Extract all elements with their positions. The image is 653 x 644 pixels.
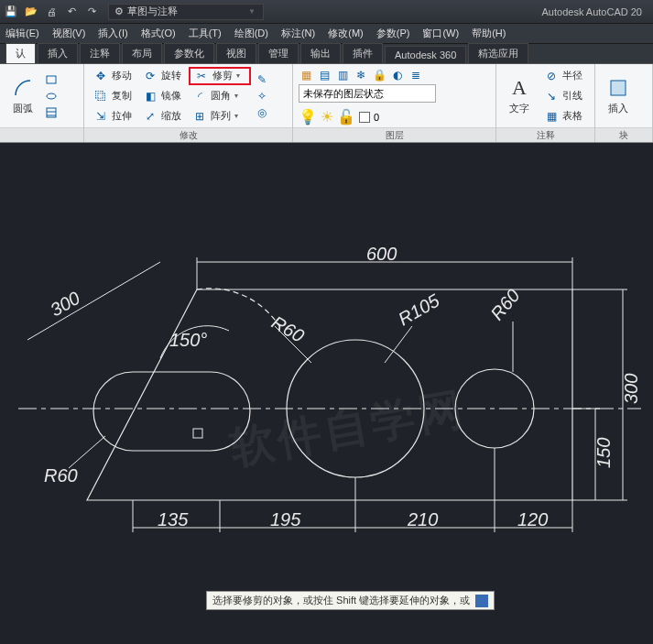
ribbon: 圆弧 ✥移动 ⿻复制 ⇲拉伸 ⟳旋转 ◧镜像 ⤢缩放 ✂修剪▾: [0, 64, 653, 143]
menu-help[interactable]: 帮助(H): [472, 27, 506, 40]
leader-button[interactable]: ↘引线: [540, 87, 586, 105]
print-icon[interactable]: 🖨: [44, 5, 59, 19]
stretch-icon: ⇲: [93, 109, 108, 124]
menu-format[interactable]: 格式(O): [141, 27, 176, 40]
tab-plugins[interactable]: 插件: [343, 43, 383, 63]
radius-icon: ⊘: [544, 69, 559, 83]
array-icon: ⊞: [192, 109, 207, 124]
menu-parametric[interactable]: 参数(P): [376, 27, 410, 40]
svg-point-1: [47, 93, 56, 99]
copy-button[interactable]: ⿻复制: [90, 87, 136, 105]
dim-angle: 150°: [169, 330, 207, 350]
svg-rect-0: [47, 76, 56, 83]
rotate-button[interactable]: ⟳旋转: [139, 67, 185, 85]
panel-title-draw: [0, 127, 83, 142]
drawing-canvas[interactable]: 600 300 150° R60 R60 R105 R60 300 150 13…: [0, 143, 653, 644]
menu-view[interactable]: 视图(V): [52, 27, 86, 40]
layer-name: 0: [374, 112, 379, 123]
menu-tools[interactable]: 工具(T): [189, 27, 222, 40]
undo-icon[interactable]: ↶: [64, 5, 79, 19]
array-button[interactable]: ⊞阵列▾: [189, 107, 251, 126]
title-bar: 💾 📂 🖨 ↶ ↷ ⚙ 草图与注释 ▼ Autodesk AutoCAD 20: [0, 0, 653, 24]
panel-title-layer: 图层: [293, 127, 495, 142]
ellipse-icon[interactable]: [44, 89, 59, 104]
move-button[interactable]: ✥移动: [90, 67, 136, 85]
arc-label: 圆弧: [13, 102, 33, 115]
tab-default[interactable]: 认: [5, 43, 36, 63]
table-button[interactable]: ▦表格: [540, 107, 586, 126]
scale-button[interactable]: ⤢缩放: [139, 107, 185, 126]
leader-icon: ↘: [544, 89, 559, 104]
menu-draw[interactable]: 绘图(D): [234, 27, 268, 40]
tab-annotate[interactable]: 注释: [80, 43, 120, 63]
text-icon: A: [507, 76, 531, 100]
svg-line-24: [69, 436, 105, 468]
trim-button[interactable]: ✂修剪▾: [189, 67, 251, 85]
dim-150: 150: [593, 438, 614, 468]
panel-layer: ▦ ▤ ▥ ❄ 🔒 ◐ ≣ 未保存的图层状态 💡 ☀ 🔓 0 图层: [293, 64, 496, 142]
offset-icon[interactable]: ◎: [255, 105, 269, 120]
tab-layout[interactable]: 布局: [122, 43, 162, 63]
text-button[interactable]: A 文字: [502, 74, 537, 117]
chevron-down-icon: ▾: [234, 92, 244, 100]
mirror-button[interactable]: ◧镜像: [139, 87, 185, 105]
tab-featured[interactable]: 精选应用: [468, 43, 528, 63]
menu-window[interactable]: 窗口(W): [422, 27, 459, 40]
layer-current[interactable]: 💡 ☀ 🔓 0: [299, 108, 379, 126]
menu-bar: 编辑(E) 视图(V) 插入(I) 格式(O) 工具(T) 绘图(D) 标注(N…: [0, 24, 653, 44]
scale-icon: ⤢: [143, 109, 158, 124]
dim-r60-mid: R60: [268, 311, 308, 345]
dim-r60-right: R60: [486, 285, 523, 323]
hatch-icon[interactable]: [44, 105, 59, 120]
menu-insert[interactable]: 插入(I): [98, 27, 127, 40]
panel-modify: ✥移动 ⿻复制 ⇲拉伸 ⟳旋转 ◧镜像 ⤢缩放 ✂修剪▾ ◜圆角▾ ⊞阵列▾ ✎…: [84, 64, 293, 142]
chevron-down-icon: ▼: [248, 7, 257, 16]
layer-freeze-icon[interactable]: ❄: [354, 68, 368, 82]
open-icon[interactable]: 📂: [24, 5, 38, 19]
tab-a360[interactable]: Autodesk 360: [385, 46, 466, 63]
menu-dimension[interactable]: 标注(N): [281, 27, 315, 40]
layer-match-icon[interactable]: ≣: [408, 68, 423, 82]
redo-icon[interactable]: ↷: [84, 5, 99, 19]
panel-block: 插入 块: [595, 64, 653, 142]
rectangle-icon[interactable]: [44, 72, 59, 87]
arc-button[interactable]: 圆弧: [5, 74, 40, 117]
copy-icon: ⿻: [93, 89, 108, 104]
layer-iso-icon[interactable]: ▥: [335, 68, 350, 82]
tab-parametric[interactable]: 参数化: [164, 43, 214, 63]
dim-600: 600: [366, 244, 397, 264]
workspace-selector[interactable]: ⚙ 草图与注释 ▼: [108, 4, 264, 20]
dim-120: 120: [517, 509, 548, 529]
stretch-button[interactable]: ⇲拉伸: [90, 107, 136, 126]
insert-block-button[interactable]: 插入: [601, 74, 636, 117]
layer-off-icon[interactable]: ◐: [390, 68, 405, 82]
block-icon: [606, 76, 630, 100]
dim-195: 195: [270, 509, 301, 529]
dim-210: 210: [407, 509, 438, 529]
tooltip-text: 选择要修剪的对象，或按住 Shift 键选择要延伸的对象，或: [212, 594, 470, 607]
ribbon-tabs: 认 插入 注释 布局 参数化 视图 管理 输出 插件 Autodesk 360 …: [0, 44, 653, 64]
gear-icon: ⚙: [114, 5, 124, 17]
svg-line-12: [27, 262, 160, 340]
cad-drawing: 600 300 150° R60 R60 R105 R60 300 150 13…: [0, 143, 653, 644]
dim-135: 135: [158, 509, 189, 529]
fillet-button[interactable]: ◜圆角▾: [189, 87, 251, 105]
save-icon[interactable]: 💾: [4, 5, 18, 19]
tab-insert[interactable]: 插入: [38, 43, 78, 63]
layer-state-icon[interactable]: ▤: [317, 68, 332, 82]
erase-icon[interactable]: ✎: [255, 72, 269, 87]
menu-modify[interactable]: 修改(M): [328, 27, 364, 40]
explode-icon[interactable]: ✧: [255, 89, 269, 104]
menu-edit[interactable]: 编辑(E): [5, 27, 39, 40]
dim-r60-left: R60: [44, 465, 78, 486]
tab-view[interactable]: 视图: [216, 43, 256, 63]
layer-props-icon[interactable]: ▦: [299, 68, 313, 82]
trim-icon: ✂: [194, 69, 209, 83]
color-swatch: [359, 112, 370, 123]
layer-state-dropdown[interactable]: 未保存的图层状态: [299, 84, 436, 103]
bulb-icon: 💡: [299, 108, 317, 126]
tab-manage[interactable]: 管理: [258, 43, 299, 63]
tab-output[interactable]: 输出: [300, 43, 341, 63]
radius-dim-button[interactable]: ⊘半径: [540, 67, 586, 85]
layer-lock-icon[interactable]: 🔒: [372, 68, 386, 82]
